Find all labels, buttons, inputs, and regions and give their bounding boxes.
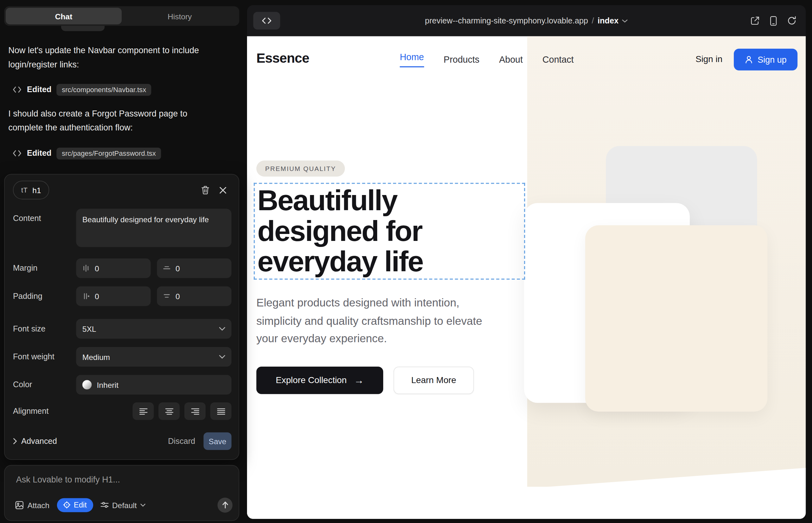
edit-target-icon bbox=[63, 501, 70, 508]
code-icon bbox=[12, 86, 21, 93]
padding-horizontal-icon bbox=[163, 292, 170, 300]
attach-button[interactable]: Attach bbox=[15, 501, 49, 509]
nav-link-contact[interactable]: Contact bbox=[543, 54, 574, 65]
tab-history[interactable]: History bbox=[122, 8, 237, 24]
chat-history-tabs: Chat History bbox=[4, 6, 239, 26]
attach-icon bbox=[15, 501, 24, 509]
chat-message: I should also create a Forgot Password p… bbox=[8, 107, 222, 134]
align-center-button[interactable] bbox=[158, 402, 180, 420]
nav-link-about[interactable]: About bbox=[499, 54, 523, 65]
selected-h1-element[interactable]: Beautifully designed for everyday life bbox=[254, 183, 525, 279]
site-nav-links: Home Products About Contact bbox=[400, 36, 573, 83]
align-right-button[interactable] bbox=[184, 402, 206, 420]
user-icon bbox=[744, 55, 753, 64]
preview-browser-window: preview--charming-site-symphony.lovable.… bbox=[247, 5, 806, 519]
padding-vertical-icon bbox=[82, 292, 90, 300]
margin-vertical-icon bbox=[82, 265, 90, 272]
discard-button[interactable]: Discard bbox=[168, 437, 195, 446]
composer-input[interactable] bbox=[15, 474, 229, 493]
url-page: index bbox=[598, 16, 618, 25]
chevron-right-icon bbox=[13, 438, 17, 445]
margin-label: Margin bbox=[13, 264, 76, 273]
element-editor-panel: tT h1 Content bbox=[4, 174, 239, 460]
alignment-label: Alignment bbox=[13, 407, 76, 416]
file-badge[interactable]: src/pages/ForgotPassword.tsx bbox=[57, 147, 161, 159]
send-icon bbox=[222, 501, 228, 508]
code-icon bbox=[12, 150, 21, 157]
arrow-right-icon: → bbox=[354, 375, 364, 386]
padding-label: Padding bbox=[13, 292, 76, 301]
site-viewport: Essence Home Products About Contact Sign… bbox=[247, 36, 806, 519]
url-host: preview--charming-site-symphony.lovable.… bbox=[425, 16, 588, 25]
file-badge[interactable]: src/components/Navbar.tsx bbox=[57, 84, 152, 96]
auth-actions: Sign in Sign up bbox=[695, 36, 797, 83]
chevron-down-icon bbox=[219, 355, 226, 359]
learn-more-button[interactable]: Learn More bbox=[394, 366, 474, 394]
hero-headline: Beautifully designed for everyday life bbox=[255, 184, 524, 277]
alignment-buttons bbox=[133, 402, 231, 420]
padding-vertical-input[interactable]: 0 bbox=[76, 287, 151, 306]
url-separator: / bbox=[592, 16, 594, 25]
content-label: Content bbox=[13, 209, 76, 223]
selected-element-pill[interactable]: tT h1 bbox=[13, 181, 49, 199]
advanced-toggle[interactable]: Advanced bbox=[13, 437, 57, 446]
site-logo[interactable]: Essence bbox=[256, 50, 309, 67]
external-link-icon[interactable] bbox=[750, 16, 759, 25]
font-size-select[interactable]: 5XL bbox=[76, 319, 231, 339]
mobile-icon[interactable] bbox=[770, 16, 777, 26]
hero-cta-row: Explore Collection → Learn More bbox=[256, 366, 474, 394]
browser-actions bbox=[750, 5, 796, 36]
margin-horizontal-icon bbox=[163, 265, 170, 272]
browser-chrome: preview--charming-site-symphony.lovable.… bbox=[247, 5, 806, 36]
sign-up-button[interactable]: Sign up bbox=[734, 49, 797, 71]
hero-description: Elegant products designed with intention… bbox=[256, 294, 506, 348]
edited-file-row: Edited src/pages/ForgotPassword.tsx bbox=[12, 146, 161, 161]
content-input[interactable]: Beautifully designed for everyday life bbox=[76, 209, 231, 247]
chat-panel: Chat History Now let's update the Navbar… bbox=[0, 0, 247, 523]
refresh-icon[interactable] bbox=[787, 16, 796, 25]
margin-horizontal-input[interactable]: 0 bbox=[157, 258, 231, 278]
font-weight-select[interactable]: Medium bbox=[76, 347, 231, 366]
decor-cream-card bbox=[585, 226, 768, 412]
close-editor-button[interactable] bbox=[214, 181, 231, 199]
margin-vertical-input[interactable]: 0 bbox=[76, 258, 151, 278]
edited-file-row: Edited src/components/Navbar.tsx bbox=[12, 82, 152, 97]
padding-horizontal-input[interactable]: 0 bbox=[157, 287, 231, 306]
edited-label: Edited bbox=[27, 85, 51, 94]
align-left-button[interactable] bbox=[133, 402, 154, 420]
url-bar[interactable]: preview--charming-site-symphony.lovable.… bbox=[425, 16, 628, 25]
code-view-toggle[interactable] bbox=[253, 12, 280, 30]
color-label: Color bbox=[13, 380, 76, 390]
app-root: Chat History Now let's update the Navbar… bbox=[0, 0, 812, 523]
typography-icon: tT bbox=[21, 186, 28, 194]
save-button[interactable]: Save bbox=[204, 432, 231, 450]
nav-link-home[interactable]: Home bbox=[400, 52, 424, 68]
send-button[interactable] bbox=[217, 497, 232, 512]
edit-mode-toggle[interactable]: Edit bbox=[57, 498, 93, 512]
chevron-down-icon bbox=[140, 503, 145, 507]
chevron-down-icon bbox=[219, 327, 226, 331]
quality-badge: PREMIUM QUALITY bbox=[256, 161, 345, 177]
align-justify-button[interactable] bbox=[210, 402, 231, 420]
tab-chat[interactable]: Chat bbox=[6, 8, 122, 24]
sliders-icon bbox=[100, 501, 108, 508]
editor-header: tT h1 bbox=[13, 181, 231, 199]
font-weight-label: Font weight bbox=[13, 352, 76, 361]
sign-in-link[interactable]: Sign in bbox=[695, 54, 722, 65]
nav-link-products[interactable]: Products bbox=[444, 54, 479, 65]
chat-composer: Attach Edit Default bbox=[4, 465, 239, 521]
color-swatch-icon bbox=[82, 380, 91, 390]
edited-label: Edited bbox=[27, 148, 51, 158]
font-size-label: Font size bbox=[13, 324, 76, 333]
color-select[interactable]: Inherit bbox=[76, 375, 231, 395]
url-chevron-icon bbox=[622, 19, 628, 22]
chat-message: Now let's update the Navbar component to… bbox=[8, 43, 222, 71]
site-navbar: Essence Home Products About Contact Sign… bbox=[247, 36, 806, 83]
selected-tag-label: h1 bbox=[32, 185, 41, 194]
explore-collection-button[interactable]: Explore Collection → bbox=[256, 366, 383, 394]
delete-element-button[interactable] bbox=[196, 181, 214, 199]
model-default-select[interactable]: Default bbox=[100, 501, 145, 509]
code-icon bbox=[262, 17, 272, 24]
